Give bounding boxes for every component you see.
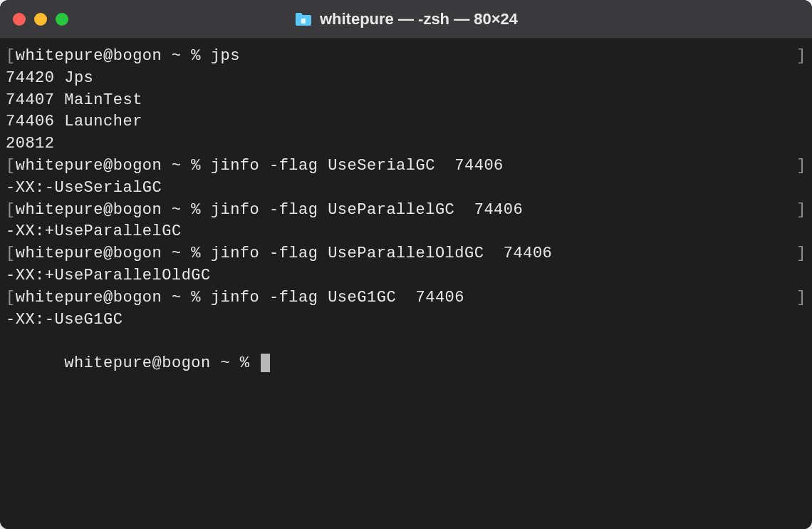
window-title-container: whitepure — -zsh — 80×24 [294, 10, 518, 29]
output-line: 20812 [6, 133, 806, 155]
prompt-line: [whitepure@bogon ~ % jinfo -flag UsePara… [6, 243, 806, 265]
bracket-right: ] [796, 46, 806, 68]
prompt-content: whitepure@bogon ~ % jinfo -flag UseG1GC … [16, 287, 464, 309]
bracket-right: ] [796, 155, 806, 178]
bracket-left: [ [6, 287, 16, 309]
bracket-right: ] [796, 287, 806, 309]
terminal-body[interactable]: [whitepure@bogon ~ % jps]74420 Jps74407 … [0, 38, 812, 529]
cursor [261, 354, 270, 372]
folder-icon [294, 11, 313, 27]
bracket-left: [ [6, 155, 16, 178]
prompt-line: [whitepure@bogon ~ % jinfo -flag UsePara… [6, 200, 806, 222]
svg-rect-0 [301, 19, 306, 24]
output-line: -XX:-UseG1GC [6, 309, 806, 332]
close-button[interactable] [13, 13, 26, 26]
prompt-content: whitepure@bogon ~ % jps [16, 46, 240, 68]
title-bar[interactable]: whitepure — -zsh — 80×24 [0, 0, 812, 38]
current-prompt: whitepure@bogon ~ % [64, 354, 259, 372]
bracket-left: [ [6, 243, 16, 265]
bracket-left: [ [6, 200, 16, 222]
output-line: 74420 Jps [6, 68, 806, 90]
bracket-right: ] [796, 200, 806, 222]
prompt-content: whitepure@bogon ~ % jinfo -flag UseParal… [16, 243, 553, 265]
output-line: -XX:+UseParallelOldGC [6, 265, 806, 287]
window-title: whitepure — -zsh — 80×24 [320, 10, 518, 29]
prompt-line: [whitepure@bogon ~ % jinfo -flag UseSeri… [6, 155, 806, 178]
prompt-line: [whitepure@bogon ~ % jps] [6, 46, 806, 68]
prompt-content: whitepure@bogon ~ % jinfo -flag UseParal… [16, 200, 524, 222]
output-line: -XX:-UseSerialGC [6, 178, 806, 200]
current-prompt-line[interactable]: whitepure@bogon ~ % [6, 331, 806, 396]
maximize-button[interactable] [56, 13, 68, 26]
bracket-left: [ [6, 46, 16, 68]
terminal-window: whitepure — -zsh — 80×24 [whitepure@bogo… [0, 0, 812, 529]
traffic-lights [13, 13, 68, 26]
prompt-line: [whitepure@bogon ~ % jinfo -flag UseG1GC… [6, 287, 806, 309]
output-line: 74407 MainTest [6, 90, 806, 112]
output-line: -XX:+UseParallelGC [6, 221, 806, 243]
output-line: 74406 Launcher [6, 111, 806, 133]
bracket-right: ] [796, 243, 806, 265]
minimize-button[interactable] [34, 13, 47, 26]
prompt-content: whitepure@bogon ~ % jinfo -flag UseSeria… [16, 155, 504, 178]
